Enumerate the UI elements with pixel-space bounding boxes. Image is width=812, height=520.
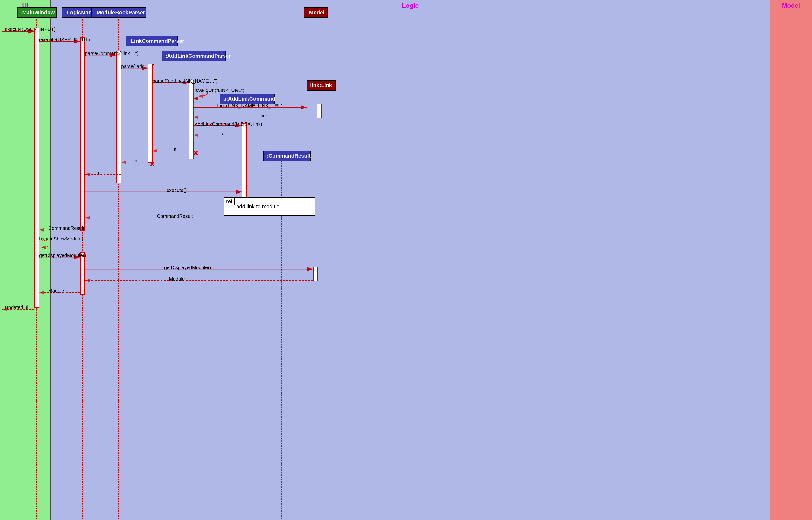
ref-box: ref add link to module xyxy=(224,198,315,215)
msg-a-return-2: a xyxy=(174,147,177,152)
msg-execute-user-input-2: execute(USER_INPUT) xyxy=(39,37,90,43)
msg-execute: execute() xyxy=(166,188,187,193)
msg-link-constructor: Link(LINK_NAME, LINK_URL) xyxy=(217,103,282,109)
msg-execute-user-input-1: execute(USER_INPUT) xyxy=(5,27,55,32)
lifeline-commandresult: :CommandResult xyxy=(263,151,311,161)
ref-content: add link to module xyxy=(224,198,315,215)
activation-logicmanager-2 xyxy=(80,252,85,294)
msg-parsecommand: parseCommand("link ...") xyxy=(85,51,138,56)
msg-a-return-3: a xyxy=(135,158,137,164)
activation-model-getdisplayed xyxy=(313,267,318,281)
msg-updated-ui: Updated ui xyxy=(5,305,28,310)
msg-addlinkcommand: AddLinkCommand(INDEX, link) xyxy=(194,122,262,127)
msg-a-return-4: a xyxy=(97,170,99,176)
msg-parse-add-link: parse("add n/LINK_NAME ...") xyxy=(153,78,217,84)
msg-isvalidurl: isValidUrl("LINK_URL") xyxy=(194,88,244,93)
msg-module-return-1: Module xyxy=(169,276,185,282)
lifeline-linklink-line xyxy=(319,92,319,520)
msg-a-return-1: a xyxy=(222,131,225,137)
msg-getdisplayedmodule-1: getDisplayedModule() xyxy=(39,253,86,258)
activation-logicmanager xyxy=(80,37,85,231)
msg-getdisplayedmodule-2: getDisplayedModule() xyxy=(164,265,211,270)
region-model-label: Model xyxy=(770,0,812,9)
x-marker-1: ✕ xyxy=(193,149,198,157)
activation-linklink xyxy=(317,104,321,118)
msg-link-return: link xyxy=(261,113,268,119)
msg-handleshowmodule: handleShowModule() xyxy=(39,236,85,242)
lifeline-addlinkcommandparser: :AddLinkCommandParser xyxy=(162,51,226,61)
lifeline-model: :Model xyxy=(304,7,328,18)
region-logic-label: Logic xyxy=(51,0,769,9)
msg-commandresult-2: CommandResult xyxy=(48,226,84,231)
activation-mainwindow xyxy=(34,28,39,308)
x-marker-2: ✕ xyxy=(149,160,155,168)
activation-linkcommandparser xyxy=(148,64,153,163)
msg-commandresult-1: CommandResult xyxy=(157,213,193,219)
msg-module-return-2: Module xyxy=(48,288,64,294)
ref-tag: ref xyxy=(224,198,235,205)
lifeline-linklink: link:Link xyxy=(307,80,336,91)
lifeline-linkcommandparser: :LinkCommandParser xyxy=(126,36,178,46)
region-model: Model xyxy=(770,0,812,520)
lifeline-modulebookparser: :ModuleBookParser xyxy=(91,7,146,18)
activation-addlinkcommandparser xyxy=(189,80,193,159)
msg-parse-add: parse("add ... ") xyxy=(121,64,155,69)
activation-modulebookparser xyxy=(116,51,121,183)
region-ui: Ui xyxy=(0,0,51,520)
lifeline-addlinkcommand: a:AddLinkCommand xyxy=(220,94,275,104)
activation-addlinkcommand xyxy=(242,123,247,208)
lifeline-mainwindow: :MainWindow xyxy=(17,7,57,18)
